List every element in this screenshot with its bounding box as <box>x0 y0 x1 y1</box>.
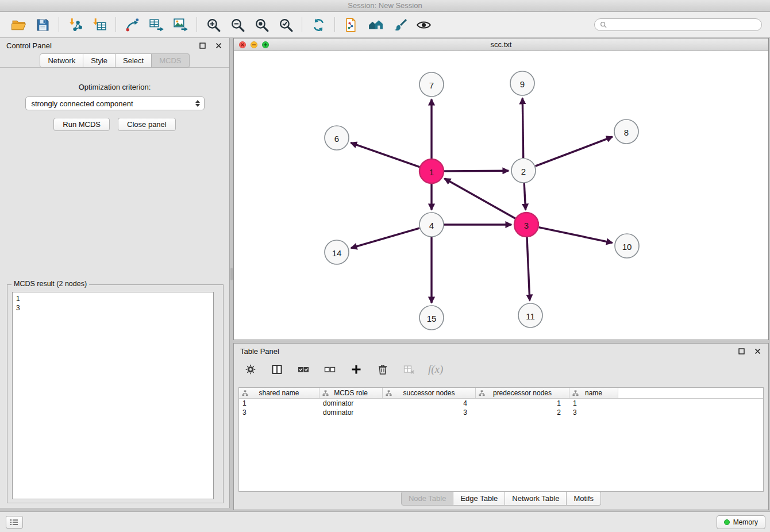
new-network-button[interactable] <box>122 15 143 34</box>
open-session-button[interactable] <box>8 15 29 34</box>
window-titlebar[interactable]: Session: New Session <box>0 0 770 11</box>
graph-node-label: 6 <box>334 134 339 144</box>
network-canvas-svg[interactable]: 7968124314101511 <box>234 51 768 339</box>
graph-edge-3-11[interactable] <box>527 237 530 300</box>
column-header-name[interactable]: name <box>569 388 618 398</box>
table-settings-button[interactable] <box>243 362 258 377</box>
function-builder-button[interactable]: f(x) <box>428 362 443 377</box>
export-table-button[interactable] <box>146 15 167 34</box>
zoom-in-icon <box>206 17 221 33</box>
zoom-selected-button[interactable] <box>275 15 296 34</box>
graph-node-label: 11 <box>526 311 535 321</box>
graph-edge-3-10[interactable] <box>539 228 613 243</box>
cell-name[interactable]: 1 <box>569 399 618 408</box>
search-input[interactable] <box>610 21 756 29</box>
apply-style-button[interactable] <box>389 15 410 34</box>
task-history-button[interactable] <box>6 516 23 529</box>
unselect-all-button[interactable] <box>322 362 337 377</box>
network-arrows-icon <box>125 17 140 33</box>
cell-mcds-role[interactable]: dominator <box>319 399 383 408</box>
hierarchy-icon <box>572 390 579 396</box>
memory-button[interactable]: Memory <box>717 515 765 529</box>
cell-successor-nodes[interactable]: 3 <box>383 408 476 417</box>
add-row-button[interactable] <box>349 362 364 377</box>
tab-edge-table[interactable]: Edge Table <box>453 491 505 506</box>
table-row[interactable]: 3 dominator 3 2 3 <box>239 408 763 417</box>
cell-mcds-role[interactable]: dominator <box>319 408 383 417</box>
run-mcds-button[interactable]: Run MCDS <box>53 118 110 131</box>
mcds-result-text[interactable]: 1 3 <box>12 292 214 499</box>
node-table: shared name MCDS role successor nodes pr… <box>238 387 764 492</box>
tab-network[interactable]: Network <box>40 53 83 68</box>
zoom-selected-icon <box>278 17 294 33</box>
splitter-grip[interactable] <box>230 268 233 280</box>
graph-edge-1-2[interactable] <box>444 171 509 171</box>
tab-motifs[interactable]: Motifs <box>567 491 601 506</box>
graph-edge-3-1[interactable] <box>445 179 515 218</box>
close-mcds-panel-button[interactable]: Close panel <box>118 118 176 131</box>
tab-mcds[interactable]: MCDS <box>152 53 189 68</box>
search-box[interactable] <box>594 18 762 31</box>
network-from-document-button[interactable] <box>341 15 361 34</box>
delete-row-button[interactable] <box>375 362 390 377</box>
zoom-fit-button[interactable] <box>251 15 272 34</box>
select-all-button[interactable] <box>296 362 311 377</box>
cell-successor-nodes[interactable]: 4 <box>383 399 476 408</box>
tab-select[interactable]: Select <box>116 53 152 68</box>
network-window-titlebar[interactable]: scc.txt <box>234 38 768 51</box>
import-table-button[interactable] <box>89 15 110 34</box>
delete-columns-button[interactable] <box>402 362 417 377</box>
graph-node-label: 2 <box>521 167 526 176</box>
optimization-criterion-select[interactable]: strongly connected component <box>25 97 205 110</box>
column-header-predecessor-nodes[interactable]: predecessor nodes <box>476 388 569 398</box>
graph-edge-4-14[interactable] <box>351 228 419 248</box>
show-columns-button[interactable] <box>270 362 284 377</box>
control-panel-tabs: Network Style Select MCDS <box>0 53 229 68</box>
result-line: 1 <box>16 294 210 303</box>
table-panel-title: Table Panel <box>240 347 279 356</box>
column-header-mcds-role[interactable]: MCDS role <box>319 388 383 398</box>
criterion-label: Optimization criterion: <box>0 83 229 91</box>
graph-edge-1-6[interactable] <box>351 143 420 167</box>
network-window-title: scc.txt <box>491 40 512 49</box>
column-header-shared-name[interactable]: shared name <box>239 388 319 398</box>
home-button[interactable] <box>365 15 386 34</box>
window-zoom-button[interactable] <box>262 41 269 48</box>
select-stepper-icon <box>195 100 200 107</box>
close-panel-button[interactable] <box>214 41 223 50</box>
tab-style[interactable]: Style <box>83 53 116 68</box>
import-network-button[interactable] <box>65 15 86 34</box>
close-icon <box>754 348 761 354</box>
cell-name[interactable]: 3 <box>569 408 618 417</box>
cell-predecessor-nodes[interactable]: 1 <box>476 399 569 408</box>
float-table-panel-button[interactable] <box>737 346 746 356</box>
show-details-button[interactable] <box>413 15 434 34</box>
network-canvas[interactable]: 7968124314101511 <box>234 51 768 339</box>
export-image-button[interactable] <box>170 15 191 34</box>
refresh-view-button[interactable] <box>308 15 329 34</box>
column-header-successor-nodes[interactable]: successor nodes <box>383 388 476 398</box>
toolbar-separator <box>334 17 335 32</box>
cell-predecessor-nodes[interactable]: 2 <box>476 408 569 417</box>
window-minimize-button[interactable] <box>251 41 257 48</box>
table-panel-tabs: Node Table Edge Table Network Table Moti… <box>234 491 768 506</box>
zoom-out-button[interactable] <box>227 15 248 34</box>
zoom-in-button[interactable] <box>203 15 224 34</box>
save-session-button[interactable] <box>32 15 53 34</box>
tab-network-table[interactable]: Network Table <box>505 491 567 506</box>
column-label: name <box>585 389 602 397</box>
tab-node-table[interactable]: Node Table <box>401 491 454 506</box>
table-row[interactable]: 1 dominator 4 1 1 <box>239 399 763 408</box>
toolbar-separator <box>59 17 59 32</box>
network-view-window: scc.txt 7968124314101511 <box>233 38 769 340</box>
criterion-value: strongly connected component <box>32 99 133 108</box>
graph-edge-2-9[interactable] <box>522 98 523 158</box>
graph-edge-2-8[interactable] <box>536 137 613 166</box>
window-close-button[interactable] <box>239 41 246 48</box>
graph-edge-2-3[interactable] <box>524 183 525 210</box>
close-table-panel-button[interactable] <box>753 346 762 356</box>
cell-shared-name[interactable]: 3 <box>239 408 319 417</box>
float-panel-button[interactable] <box>198 41 207 50</box>
cell-shared-name[interactable]: 1 <box>239 399 319 408</box>
refresh-icon <box>311 17 326 33</box>
